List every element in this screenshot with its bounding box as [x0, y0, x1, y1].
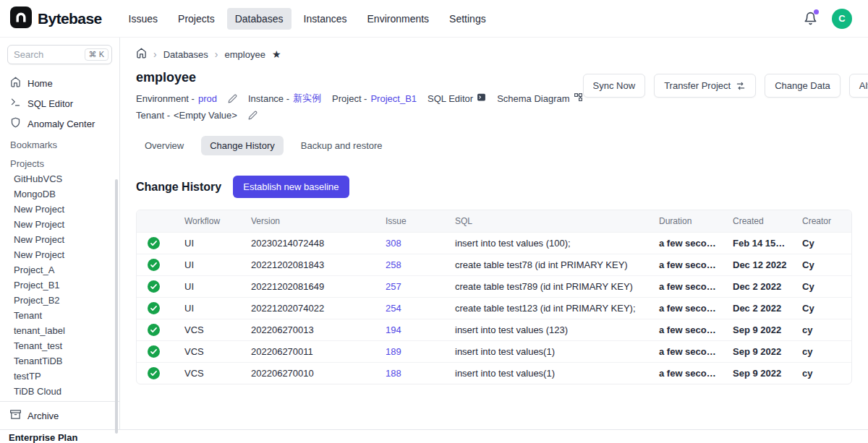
sidebar-project-item[interactable]: GitHubVCS [0, 171, 119, 186]
table-row[interactable]: VCS 202206270010 188 insert into test va… [137, 363, 851, 384]
archive-icon [10, 409, 21, 422]
environment-meta: Environment - prod [136, 93, 217, 104]
sidebar-item-archive[interactable]: Archive [0, 405, 119, 426]
version-cell: 20221202074022 [244, 298, 378, 319]
nav-projects[interactable]: Projects [170, 8, 223, 30]
transfer-project-button[interactable]: Transfer Project [654, 74, 756, 98]
sidebar-project-item[interactable]: Project_B1 [0, 278, 119, 293]
version-cell: 20221202081649 [244, 276, 378, 298]
table-row[interactable]: VCS 202206270013 194 insert into test va… [137, 319, 851, 341]
issue-link[interactable]: 258 [386, 259, 401, 270]
edit-environment-icon[interactable] [228, 94, 237, 103]
nav-environments[interactable]: Environments [359, 8, 438, 30]
schema-diagram-shortcut[interactable]: Schema Diagram [497, 93, 582, 104]
issue-link[interactable]: 194 [386, 324, 401, 335]
issue-link[interactable]: 189 [386, 346, 401, 357]
version-cell: 202206270013 [244, 319, 378, 341]
project-meta: Project - Project_B1 [332, 93, 417, 104]
issue-link[interactable]: 308 [386, 238, 401, 249]
nav-issues[interactable]: Issues [121, 8, 166, 30]
table-row[interactable]: UI 20221202074022 254 create table test1… [137, 298, 851, 319]
sidebar-project-item[interactable]: tenant_label [0, 323, 119, 338]
change-data-button[interactable]: Change Data [765, 74, 841, 98]
breadcrumb-databases[interactable]: Databases [163, 49, 208, 60]
breadcrumb-current: employee [225, 49, 265, 60]
workflow-cell: VCS [177, 363, 244, 384]
breadcrumb-separator: › [215, 48, 218, 60]
bookmark-star-icon[interactable]: ★ [272, 48, 281, 60]
table-row[interactable]: UI 20230214072448 308 insert into test v… [137, 233, 851, 254]
sidebar-project-item[interactable]: New Project [0, 217, 119, 232]
issue-link[interactable]: 257 [386, 281, 401, 292]
sidebar-item-anomaly-center[interactable]: Anomaly Center [0, 113, 119, 134]
project-list: GitHubVCS MongoDB New Project New Projec… [0, 171, 119, 399]
creator-cell: Cy [795, 233, 851, 254]
created-cell: Sep 9 2022 [726, 363, 795, 384]
sidebar-project-item[interactable]: testTP [0, 369, 119, 384]
edit-tenant-icon[interactable] [248, 111, 258, 120]
bytebase-logo-icon [10, 7, 32, 31]
sidebar-project-item[interactable]: Tenant [0, 308, 119, 323]
sidebar-project-item[interactable]: New Project [0, 247, 119, 262]
nav-databases[interactable]: Databases [227, 8, 292, 30]
issue-link[interactable]: 188 [386, 368, 401, 379]
establish-baseline-button[interactable]: Establish new baseline [233, 176, 349, 198]
bytebase-brand[interactable]: Bytebase [10, 7, 102, 31]
table-row[interactable]: VCS 202206270011 189 insert into test va… [137, 341, 851, 363]
version-cell: 202206270011 [244, 341, 378, 363]
sidebar-item-label: Anomaly Center [27, 119, 95, 129]
sidebar-project-item[interactable]: New Project [0, 202, 119, 217]
user-avatar[interactable]: C [832, 9, 852, 29]
app-window: Bytebase Issues Projects Databases Insta… [0, 0, 868, 443]
nav-instances[interactable]: Instances [296, 8, 355, 30]
workflow-cell: UI [177, 254, 244, 276]
tab-overview[interactable]: Overview [136, 136, 192, 155]
environment-label: Environment - [136, 93, 195, 104]
table-row[interactable]: UI 20221202081843 258 create table test7… [137, 254, 851, 276]
sidebar-item-label: Archive [27, 410, 59, 421]
sidebar-scrollbar[interactable] [115, 179, 118, 434]
duration-cell: a few seconds [652, 341, 726, 363]
created-cell: Dec 2 2022 [726, 298, 795, 319]
sync-now-button[interactable]: Sync Now [583, 74, 646, 98]
project-link[interactable]: Project_B1 [370, 93, 417, 104]
sidebar-item-home[interactable]: Home [0, 73, 119, 93]
duration-cell: a few seconds [652, 276, 726, 298]
creator-cell: cy [795, 341, 851, 363]
sidebar-project-item[interactable]: TiDB Cloud [0, 384, 119, 399]
tab-backup-restore[interactable]: Backup and restore [292, 136, 391, 155]
sidebar-project-item[interactable]: Project_B2 [0, 293, 119, 308]
creator-cell: Cy [795, 254, 851, 276]
breadcrumb-home-icon[interactable] [136, 48, 147, 61]
issue-link[interactable]: 254 [386, 303, 401, 314]
tab-change-history[interactable]: Change History [201, 136, 284, 155]
version-cell: 202206270010 [244, 363, 378, 384]
sidebar-item-sql-editor[interactable]: SQL Editor [0, 93, 119, 113]
creator-cell: Cy [795, 276, 851, 298]
page-head-left: employee Environment - prod Instance - 新… [136, 70, 583, 126]
instance-link[interactable]: 新实例 [293, 92, 321, 105]
nav-settings[interactable]: Settings [441, 8, 494, 30]
notification-bell-icon[interactable] [804, 12, 817, 26]
alter-schema-button[interactable]: Alter Schema [849, 74, 868, 98]
main-content: › Databases › employee ★ employee Enviro… [120, 38, 868, 429]
sql-editor-shortcut[interactable]: SQL Editor [427, 93, 486, 104]
home-icon [10, 77, 21, 90]
sidebar-project-item[interactable]: MongoDB [0, 186, 119, 202]
creator-cell: cy [795, 319, 851, 341]
environment-link[interactable]: prod [198, 93, 217, 104]
created-cell: Feb 14 15:32 [726, 233, 795, 254]
success-check-icon [148, 237, 160, 249]
search-input[interactable] [14, 49, 76, 60]
schema-diagram-label: Schema Diagram [497, 93, 569, 104]
creator-cell: Cy [795, 298, 851, 319]
sidebar-project-item[interactable]: New Project [0, 232, 119, 247]
projects-section-label: Projects [0, 152, 119, 171]
table-row[interactable]: UI 20221202081649 257 create table test7… [137, 276, 851, 298]
sidebar-project-item[interactable]: TenantTiDB [0, 353, 119, 369]
terminal-icon [10, 97, 21, 110]
search-box[interactable]: ⌘ K [7, 45, 112, 64]
sidebar-project-item[interactable]: Project_A [0, 262, 119, 278]
brand-name: Bytebase [38, 10, 102, 27]
sidebar-project-item[interactable]: Tenant_test [0, 338, 119, 353]
